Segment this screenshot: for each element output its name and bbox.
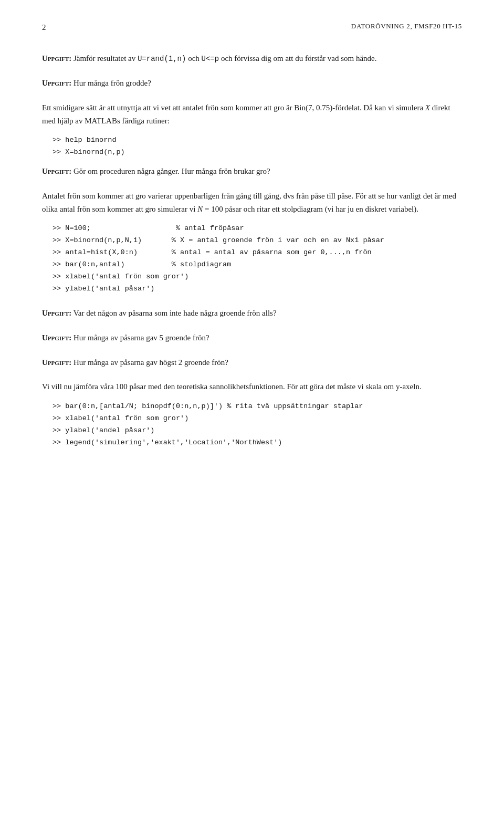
- task-label-2: Uppgift:: [42, 79, 71, 87]
- task-label-1: Uppgift:: [42, 54, 71, 62]
- page-number: 2: [42, 21, 46, 34]
- task-paragraph-2: Uppgift: Hur många frön grodde?: [42, 77, 462, 90]
- task-label-5: Uppgift:: [42, 333, 71, 342]
- task-paragraph-3: Uppgift: Gör om proceduren några gånger.…: [42, 165, 462, 178]
- section-uppgift2: Uppgift: Hur många frön grodde?: [42, 77, 462, 90]
- section-uppgift4: Uppgift: Var det någon av påsarna som in…: [42, 307, 462, 320]
- task-label-6: Uppgift:: [42, 358, 71, 367]
- code-block-3: >> bar(0:n,[antal/N; binopdf(0:n,n,p)]')…: [52, 401, 462, 449]
- page-title: Datorövning 2, FMSF20 HT-15: [351, 21, 462, 34]
- code-block-2: >> N=100; % antal fröpåsar >> X=binornd(…: [52, 223, 462, 295]
- task-label-3: Uppgift:: [42, 167, 71, 175]
- paragraph-2: Antalet frön som kommer att gro varierar…: [42, 190, 462, 216]
- section-paragraph2: Antalet frön som kommer att gro varierar…: [42, 190, 462, 295]
- section-paragraph3: Vi vill nu jämföra våra 100 påsar med de…: [42, 380, 462, 449]
- paragraph-1: Ett smidigare sätt är att utnyttja att v…: [42, 101, 462, 128]
- task-paragraph-4: Uppgift: Var det någon av påsarna som in…: [42, 307, 462, 320]
- code-inline-1: U=rand(1,n): [138, 55, 186, 63]
- section-paragraph1: Ett smidigare sätt är att utnyttja att v…: [42, 101, 462, 178]
- task-paragraph-1: Uppgift: Jämför resultatet av U=rand(1,n…: [42, 52, 462, 65]
- task-paragraph-5: Uppgift: Hur många av påsarna gav 5 groe…: [42, 331, 462, 345]
- page-header: 2 Datorövning 2, FMSF20 HT-15: [42, 21, 462, 34]
- section-uppgift6: Uppgift: Hur många av påsarna gav högst …: [42, 356, 462, 369]
- code-inline-2: U<=p: [202, 55, 219, 63]
- code-block-1: >> help binornd >> X=binornd(n,p): [52, 134, 462, 159]
- section-uppgift1: Uppgift: Jämför resultatet av U=rand(1,n…: [42, 52, 462, 65]
- task-paragraph-6: Uppgift: Hur många av påsarna gav högst …: [42, 356, 462, 369]
- task-label-4: Uppgift:: [42, 309, 71, 317]
- paragraph-3: Vi vill nu jämföra våra 100 påsar med de…: [42, 380, 462, 393]
- section-uppgift5: Uppgift: Hur många av påsarna gav 5 groe…: [42, 331, 462, 345]
